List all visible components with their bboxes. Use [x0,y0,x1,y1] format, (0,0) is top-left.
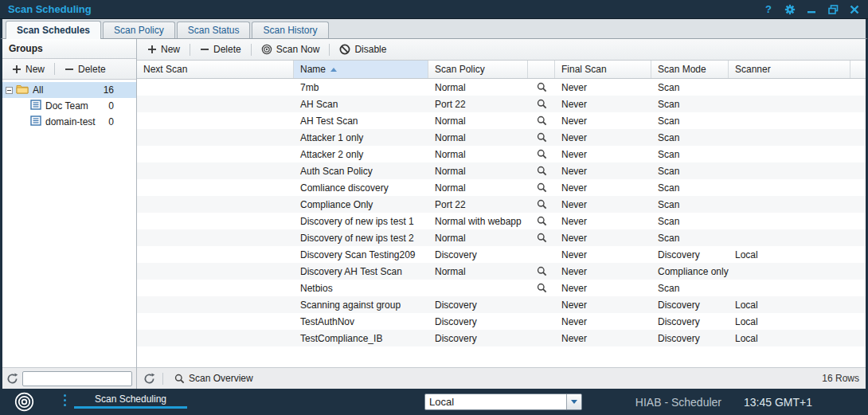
cell-scan-policy-text: Discovery [428,296,528,313]
groups-header: Groups [2,39,136,59]
delete-schedule-button[interactable]: Delete [196,42,245,57]
cell-scan-mode: Discovery [651,246,729,263]
group-new-button[interactable]: New [8,62,49,76]
cell-final-scan: Never [555,229,651,246]
tree-item-count: 0 [108,116,114,127]
cell-scan-policy-text: Normal [428,112,528,129]
cell-scanner [729,196,850,213]
cell-scan-policy-text: Port 22 [428,196,528,213]
cell-final-scan: Never [555,79,651,96]
tree-item-domain-test[interactable]: domain-test 0 [2,114,136,130]
cell-scan-policy-text: Normal [428,229,528,246]
cell-next-scan [137,112,294,129]
table-row[interactable]: TestAuthNov Discovery Never Discovery Lo… [137,313,866,330]
table-row[interactable]: Comliance discovery Normal Never Scan [137,179,866,196]
magnifier-icon[interactable] [537,266,547,276]
tree-item-doc-team[interactable]: Doc Team 0 [2,98,136,114]
taskbar-item-scan-scheduling[interactable]: Scan Scheduling [74,391,187,409]
magnifier-icon[interactable] [537,99,547,109]
gear-icon[interactable] [784,4,796,15]
toolbar-separator [190,44,190,56]
tab-bar: Scan Schedules Scan Policy Scan Status S… [0,19,868,39]
magnifier-icon[interactable] [537,166,547,176]
minus-icon [200,45,209,54]
table-row[interactable]: Compliance Only Port 22 Never Scan [137,196,866,213]
scan-scheduling-window: Scan Scheduling ? [0,0,868,415]
new-schedule-button[interactable]: New [143,42,184,57]
tree-item-all[interactable]: All 16 [2,82,136,98]
minus-icon [65,65,74,74]
column-header-next-scan[interactable]: Next Scan [137,61,294,78]
column-header-scan-mode[interactable]: Scan Mode [651,61,729,78]
cell-scan-policy-text [428,280,528,296]
cell-scanner: Local [729,296,850,313]
column-header-scan-policy[interactable]: Scan Policy [428,61,528,78]
column-header-policy-view[interactable] [528,61,555,78]
table-row[interactable]: AH Test Scan Normal Never Scan [137,112,866,129]
collapse-icon[interactable] [6,87,13,94]
tab-scan-history[interactable]: Scan History [252,22,328,38]
magnifier-icon[interactable] [537,82,547,92]
magnifier-icon[interactable] [537,132,547,143]
cell-next-scan [137,213,294,229]
cell-name: 7mb [294,79,428,96]
schedules-panel: New Delete [137,39,866,389]
tab-scan-policy[interactable]: Scan Policy [103,22,175,38]
magnifier-icon[interactable] [537,115,547,126]
group-delete-button[interactable]: Delete [61,62,110,76]
cell-final-scan: Never [555,296,651,313]
cell-next-scan [137,196,294,213]
cell-scanner [729,129,850,146]
target-select[interactable]: Local [424,393,582,410]
close-icon[interactable] [849,4,860,15]
cell-final-scan: Never [555,196,651,213]
table-row[interactable]: Discovery of new ips test 1 Normal with … [137,213,866,229]
tab-scan-status[interactable]: Scan Status [177,22,251,38]
magnifier-icon[interactable] [537,149,547,159]
cell-name: Discovery AH Test Scan [294,263,428,280]
toolbar-separator [329,44,330,56]
table-row[interactable]: Discovery of new ips test 2 Normal Never… [137,229,866,246]
table-row[interactable]: 7mb Normal Never Scan [137,79,866,96]
cell-final-scan: Never [555,246,651,263]
refresh-icon[interactable] [143,373,155,385]
tree-item-label: domain-test [45,116,108,127]
group-filter-input[interactable] [22,371,132,386]
column-header-final-scan[interactable]: Final Scan [555,61,651,78]
table-row[interactable]: Scanning against group Discovery Never D… [137,296,866,313]
table-row[interactable]: Attacker 2 only Normal Never Scan [137,146,866,162]
column-header-name[interactable]: Name [294,61,428,78]
scan-overview-button[interactable]: Scan Overview [170,371,257,386]
refresh-icon[interactable] [6,373,18,385]
cell-scan-policy-text: Discovery [428,313,528,330]
minimize-icon[interactable] [806,4,817,15]
table-row[interactable]: TestCompliance_IB Discovery Never Discov… [137,330,866,346]
table-row[interactable]: Discovery AH Test Scan Normal Never Comp… [137,263,866,280]
cell-final-scan: Never [555,96,651,112]
restore-icon[interactable] [827,4,839,15]
magnifier-icon[interactable] [537,199,547,209]
help-icon[interactable]: ? [763,4,774,15]
cell-scan-mode: Scan [651,96,729,112]
scan-now-button[interactable]: Scan Now [257,42,324,57]
magnifier-icon[interactable] [537,216,547,226]
table-row[interactable]: Attacker 1 only Normal Never Scan [137,129,866,146]
select-dropdown-button[interactable] [566,394,581,409]
tab-scan-schedules[interactable]: Scan Schedules [6,21,101,39]
cell-final-scan: Never [555,263,651,280]
table-row[interactable]: Netbios Never Scan [137,280,866,296]
cell-next-scan [137,330,294,346]
magnifier-icon[interactable] [537,283,547,293]
magnifier-icon[interactable] [537,233,547,243]
disable-button[interactable]: Disable [335,42,390,57]
cell-scan-mode: Scan [651,79,729,96]
magnifier-icon[interactable] [537,182,547,193]
table-row[interactable]: Auth Scan Policy Normal Never Scan [137,162,866,179]
cell-name: TestAuthNov [294,313,428,330]
table-row[interactable]: Discovery Scan Testing209 Discovery Neve… [137,246,866,263]
table-row[interactable]: AH Scan Port 22 Never Scan [137,96,866,112]
group-delete-label: Delete [78,64,106,75]
cell-scan-policy-text: Discovery [428,330,528,346]
column-header-scanner[interactable]: Scanner [729,61,850,78]
cell-scan-mode: Scan [651,229,729,246]
